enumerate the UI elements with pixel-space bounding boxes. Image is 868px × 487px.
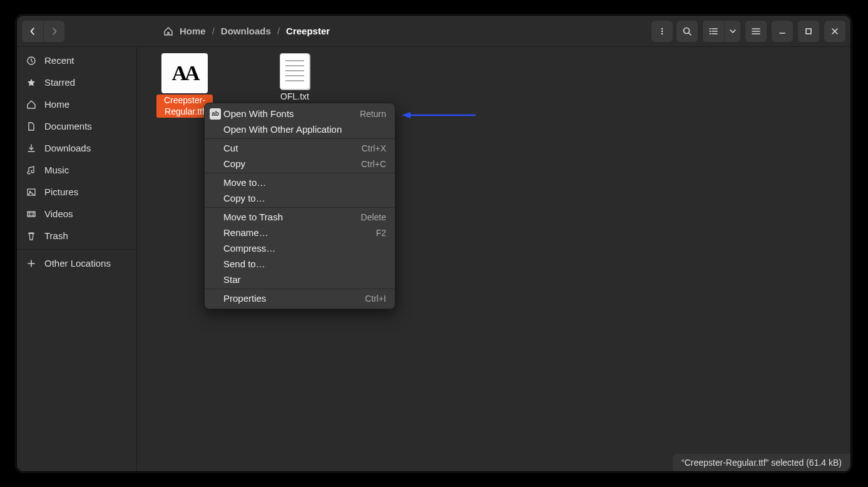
sidebar-item-trash[interactable]: Trash <box>17 225 136 247</box>
fonts-app-icon: ab <box>210 108 221 120</box>
sidebar-label: Pictures <box>44 187 78 197</box>
ctx-separator <box>205 207 395 208</box>
nav-group <box>22 21 64 42</box>
ctx-move-to[interactable]: Move to… <box>205 175 395 190</box>
sidebar-other-locations[interactable]: Other Locations <box>17 252 136 274</box>
view-group <box>703 21 740 42</box>
ctx-shortcut: Delete <box>361 212 386 222</box>
recent-icon <box>26 56 37 66</box>
ctx-separator <box>205 138 395 139</box>
ctx-star[interactable]: Star <box>205 272 395 287</box>
ctx-shortcut: F2 <box>376 228 386 238</box>
ctx-cut[interactable]: Cut Ctrl+X <box>205 140 395 156</box>
ctx-label: Send to… <box>223 259 265 269</box>
sidebar-label: Starred <box>44 77 75 88</box>
ctx-shortcut: Return <box>360 109 386 119</box>
hamburger-icon <box>751 26 761 36</box>
videos-icon <box>26 209 37 219</box>
home-icon <box>26 100 37 110</box>
breadcrumb-downloads[interactable]: Downloads <box>221 26 271 36</box>
ctx-label: Move to… <box>223 177 266 188</box>
ctx-shortcut: Ctrl+C <box>361 159 386 169</box>
minimize-icon <box>778 27 787 36</box>
close-button[interactable] <box>824 21 845 42</box>
ctx-properties[interactable]: Properties Ctrl+I <box>205 290 395 306</box>
window-body: Recent Starred Home Documents Downloads … <box>17 47 850 471</box>
breadcrumb: Home / Downloads / Creepster <box>163 26 330 36</box>
hamburger-button[interactable] <box>745 21 767 42</box>
ctx-separator <box>205 173 395 173</box>
sidebar-item-pictures[interactable]: Pictures <box>17 181 136 203</box>
ctx-open-other[interactable]: Open With Other Application <box>205 121 395 137</box>
svg-point-0 <box>661 28 663 29</box>
maximize-button[interactable] <box>798 21 819 42</box>
view-dropdown-button[interactable] <box>724 21 740 42</box>
sidebar-label: Music <box>44 165 69 175</box>
sidebar-label: Recent <box>44 55 74 66</box>
breadcrumb-home[interactable]: Home <box>180 26 206 36</box>
headerbar: Home / Downloads / Creepster <box>17 16 850 47</box>
path-menu-button[interactable] <box>651 21 673 42</box>
forward-button[interactable] <box>43 21 64 42</box>
ctx-label: Properties <box>223 293 266 304</box>
svg-rect-4 <box>806 29 811 34</box>
path-bar: Home / Downloads / Creepster <box>163 21 698 42</box>
ctx-compress[interactable]: Compress… <box>205 240 395 256</box>
sidebar-label: Documents <box>44 121 92 131</box>
ctx-label: Rename… <box>223 227 268 238</box>
back-button[interactable] <box>22 21 43 42</box>
sidebar-item-videos[interactable]: Videos <box>17 203 136 225</box>
sidebar-label: Downloads <box>44 143 91 153</box>
ctx-label: Copy <box>223 158 245 169</box>
ctx-separator <box>205 289 395 289</box>
context-menu: ab Open With Fonts Return Open With Othe… <box>204 103 396 309</box>
ctx-shortcut: Ctrl+X <box>362 143 386 153</box>
ctx-label: Move to Trash <box>223 212 283 222</box>
minimize-button[interactable] <box>772 21 793 42</box>
breadcrumb-sep: / <box>277 26 280 36</box>
pictures-icon <box>26 187 37 197</box>
status-bar: “Creepster-Regular.ttf” selected (61.4 k… <box>673 454 850 471</box>
ctx-label: Cut <box>223 143 238 153</box>
maximize-icon <box>804 27 813 36</box>
breadcrumb-current[interactable]: Creepster <box>286 26 330 36</box>
status-text: “Creepster-Regular.ttf” selected (61.4 k… <box>682 458 842 468</box>
ctx-send-to[interactable]: Send to… <box>205 256 395 272</box>
view-list-button[interactable] <box>703 21 724 42</box>
sidebar-label: Other Locations <box>44 258 111 269</box>
sidebar-label: Videos <box>44 208 73 219</box>
header-right <box>703 21 845 42</box>
ctx-shortcut: Ctrl+I <box>365 294 386 304</box>
chevron-right-icon <box>51 28 58 35</box>
sidebar-item-downloads[interactable]: Downloads <box>17 137 136 159</box>
file-label: OFL.txt <box>279 91 310 103</box>
home-icon <box>163 26 173 36</box>
file-manager-window: Home / Downloads / Creepster <box>16 15 851 472</box>
ctx-trash[interactable]: Move to Trash Delete <box>205 209 395 225</box>
sidebar-item-home[interactable]: Home <box>17 93 136 115</box>
star-icon <box>26 78 37 88</box>
svg-point-3 <box>684 28 690 33</box>
ctx-label: Open With Other Application <box>223 124 342 135</box>
search-icon <box>682 26 692 36</box>
sidebar-item-music[interactable]: Music <box>17 159 136 181</box>
ctx-copy[interactable]: Copy Ctrl+C <box>205 156 395 172</box>
sidebar-label: Home <box>44 99 69 110</box>
ctx-copy-to[interactable]: Copy to… <box>205 190 395 206</box>
sidebar-item-documents[interactable]: Documents <box>17 115 136 137</box>
chevron-down-icon <box>730 28 736 34</box>
sidebar-item-recent[interactable]: Recent <box>17 49 136 71</box>
trash-icon <box>26 231 37 241</box>
music-icon <box>26 165 37 175</box>
ctx-label: Star <box>223 274 241 285</box>
ctx-open-with-fonts[interactable]: ab Open With Fonts Return <box>205 106 395 121</box>
search-button[interactable] <box>677 21 698 42</box>
font-thumb-text: AA <box>171 61 197 85</box>
font-thumbnail: AA <box>161 53 208 93</box>
svg-rect-8 <box>28 212 35 217</box>
sidebar-item-starred[interactable]: Starred <box>17 71 136 93</box>
ctx-label: Open With Fonts <box>223 108 294 119</box>
kebab-icon <box>658 27 666 36</box>
sidebar-separator <box>17 249 136 250</box>
ctx-rename[interactable]: Rename… F2 <box>205 225 395 240</box>
